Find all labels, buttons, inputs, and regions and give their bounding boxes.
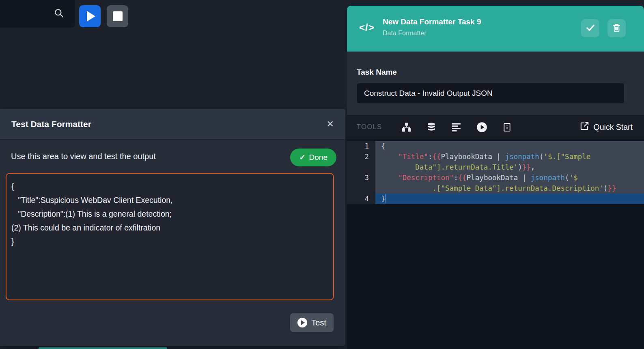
line-number: 3 xyxy=(347,172,375,194)
code-line-1[interactable]: 1{ xyxy=(347,141,644,151)
playbook-editor-screen: Test Data Formatter ✕ Use this area to v… xyxy=(0,0,644,349)
task-subtitle: Data Formatter xyxy=(383,30,426,37)
code-line-4[interactable]: 4} xyxy=(347,194,644,204)
code-icon: </> xyxy=(359,22,375,33)
code-editor[interactable]: 1{2 "Title":{{PlaybookData | jsonpath('$… xyxy=(347,139,644,349)
hierarchy-icon[interactable] xyxy=(401,122,411,132)
task-panel-header: </> New Data Formatter Task 9 Data Forma… xyxy=(347,6,644,52)
database-icon[interactable] xyxy=(426,122,436,132)
task-panel-body: Task Name xyxy=(347,52,644,115)
test-button-label: Test xyxy=(311,318,326,327)
trash-icon xyxy=(612,23,621,34)
search-input[interactable] xyxy=(4,6,49,22)
code-content: "Description":{{PlaybookData | jsonpath(… xyxy=(375,172,644,194)
file-info-icon[interactable] xyxy=(502,122,512,132)
external-link-icon xyxy=(580,121,589,133)
text-cursor xyxy=(386,194,386,203)
task-name-label: Task Name xyxy=(357,68,397,77)
stop-playbook-button[interactable] xyxy=(107,5,128,27)
modal-instruction: Use this area to view and test the outpu… xyxy=(11,152,156,161)
check-icon: ✓ xyxy=(299,153,305,162)
line-number: 4 xyxy=(347,194,375,204)
done-button-label: Done xyxy=(309,153,327,162)
code-content: { xyxy=(375,141,644,151)
confirm-task-button[interactable] xyxy=(581,19,599,37)
test-data-formatter-modal: Test Data Formatter ✕ Use this area to v… xyxy=(0,109,345,346)
play-circle-icon[interactable] xyxy=(476,122,487,133)
line-number: 2 xyxy=(347,151,375,172)
modal-header: Test Data Formatter ✕ xyxy=(0,109,345,140)
test-button[interactable]: Test xyxy=(290,313,334,332)
code-line-3[interactable]: 3 "Description":{{PlaybookData | jsonpat… xyxy=(347,172,644,194)
play-icon xyxy=(87,11,95,22)
run-playbook-button[interactable] xyxy=(79,5,101,27)
code-content: } xyxy=(375,194,644,204)
search-icon xyxy=(54,8,64,20)
delete-task-button[interactable] xyxy=(607,19,626,37)
task-name-input[interactable] xyxy=(357,83,625,104)
task-panel: </> New Data Formatter Task 9 Data Forma… xyxy=(347,6,644,349)
test-output-textarea[interactable]: { "Title":Suspicious WebDav Client Execu… xyxy=(6,173,334,300)
quick-start-button[interactable]: Quick Start xyxy=(580,121,634,133)
close-icon[interactable]: ✕ xyxy=(327,120,334,129)
tools-bar: TOOLS Quick Start xyxy=(347,115,644,139)
line-number: 1 xyxy=(347,141,375,151)
task-title: New Data Formatter Task 9 xyxy=(383,17,481,26)
tools-label: TOOLS xyxy=(357,123,382,131)
text-lines-icon[interactable] xyxy=(451,122,461,132)
stop-icon xyxy=(113,11,123,21)
check-icon xyxy=(585,22,596,34)
quick-start-label: Quick Start xyxy=(594,123,633,132)
code-line-2[interactable]: 2 "Title":{{PlaybookData | jsonpath('$.[… xyxy=(347,151,644,172)
play-circle-icon xyxy=(297,318,307,327)
playbook-node-edge[interactable] xyxy=(39,347,167,349)
done-button[interactable]: ✓ Done xyxy=(290,149,336,166)
code-content: "Title":{{PlaybookData | jsonpath('$.["S… xyxy=(375,151,644,172)
modal-title: Test Data Formatter xyxy=(11,119,91,129)
search-box[interactable] xyxy=(0,0,75,28)
